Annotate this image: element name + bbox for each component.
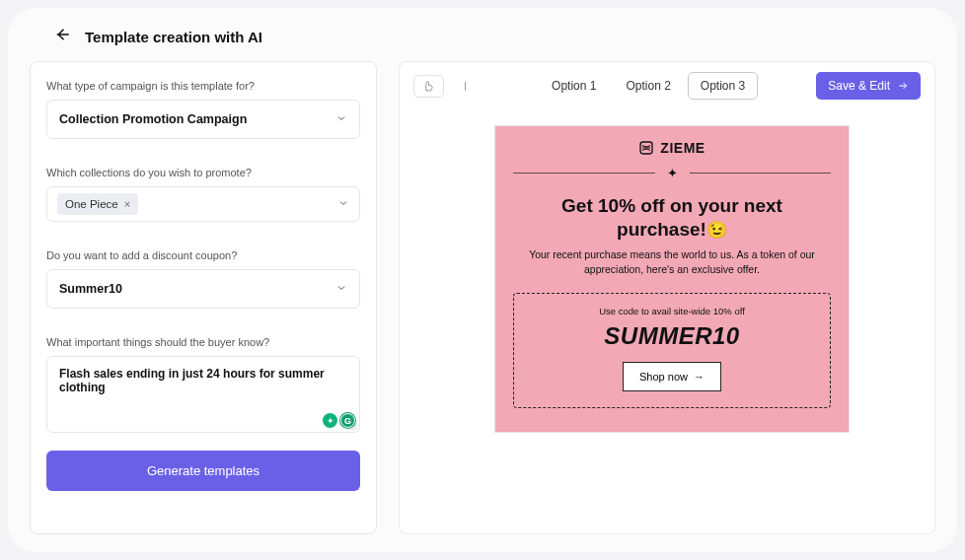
coupon-code: SUMMER10 bbox=[520, 322, 824, 350]
tab-option-1[interactable]: Option 1 bbox=[539, 72, 609, 100]
remove-chip-icon[interactable]: × bbox=[124, 198, 130, 210]
brand-row: ZIEME bbox=[513, 140, 831, 156]
divider: ✦ bbox=[513, 166, 831, 180]
form-panel: What type of campaign is this template f… bbox=[30, 61, 377, 534]
campaign-type-label: What type of campaign is this template f… bbox=[46, 80, 360, 92]
page-title: Template creation with AI bbox=[85, 29, 262, 45]
arrow-right-icon bbox=[897, 80, 909, 92]
save-button-label: Save & Edit bbox=[828, 79, 890, 93]
coupon-label: Do you want to add a discount coupon? bbox=[46, 249, 360, 261]
chevron-down-icon bbox=[337, 195, 349, 213]
important-label: What important things should the buyer k… bbox=[46, 336, 360, 348]
collections-select[interactable]: One Piece × bbox=[46, 186, 360, 222]
wink-emoji-icon: 😉 bbox=[706, 221, 727, 240]
preview-toolbar: Option 1 Option 2 Option 3 Save & Edit bbox=[400, 62, 934, 109]
coupon-box: Use code to avail site-wide 10% off SUMM… bbox=[513, 293, 831, 408]
collection-chip-label: One Piece bbox=[65, 198, 118, 210]
coupon-value: Summer10 bbox=[59, 282, 122, 296]
email-title: Get 10% off on your next purchase!😉 bbox=[513, 194, 831, 242]
shop-now-button[interactable]: Shop now → bbox=[623, 362, 721, 391]
app-shell: Template creation with AI What type of c… bbox=[8, 8, 957, 552]
thumbs-up-button-disabled bbox=[450, 75, 481, 98]
preview-viewport[interactable]: ZIEME ✦ Get 10% off on your next purchas… bbox=[400, 109, 934, 533]
tab-option-3[interactable]: Option 3 bbox=[688, 72, 758, 100]
campaign-type-value: Collection Promotion Campaign bbox=[59, 112, 247, 126]
brand-logo-icon bbox=[638, 140, 654, 156]
back-arrow-icon[interactable] bbox=[53, 26, 71, 47]
resize-handle-icon[interactable] bbox=[348, 421, 357, 430]
coupon-select[interactable]: Summer10 bbox=[46, 269, 360, 309]
chevron-down-icon bbox=[335, 110, 347, 128]
preview-panel: Option 1 Option 2 Option 3 Save & Edit bbox=[399, 61, 935, 534]
sparkle-icon: ✦ bbox=[667, 166, 678, 180]
assistant-badge-icon[interactable]: ✦ bbox=[323, 413, 337, 428]
main-columns: What type of campaign is this template f… bbox=[30, 61, 935, 534]
page-header: Template creation with AI bbox=[30, 26, 935, 47]
important-value: Flash sales ending in just 24 hours for … bbox=[59, 367, 347, 394]
campaign-type-select[interactable]: Collection Promotion Campaign bbox=[46, 100, 360, 139]
coupon-caption: Use code to avail site-wide 10% off bbox=[520, 306, 824, 316]
save-and-edit-button[interactable]: Save & Edit bbox=[816, 72, 921, 100]
email-preview: ZIEME ✦ Get 10% off on your next purchas… bbox=[494, 125, 850, 433]
brand-name: ZIEME bbox=[660, 140, 705, 156]
thumbs-down-button[interactable] bbox=[413, 75, 444, 98]
collections-label: Which collections do you wish to promote… bbox=[46, 167, 360, 178]
chevron-down-icon bbox=[335, 280, 347, 298]
shop-now-label: Shop now bbox=[639, 371, 688, 383]
collection-chip: One Piece × bbox=[57, 193, 138, 215]
generate-templates-button[interactable]: Generate templates bbox=[46, 451, 360, 491]
tab-option-2[interactable]: Option 2 bbox=[613, 72, 683, 100]
email-subtitle: Your recent purchase means the world to … bbox=[517, 247, 827, 277]
arrow-right-icon: → bbox=[694, 371, 705, 383]
option-tabs: Option 1 Option 2 Option 3 bbox=[539, 72, 758, 100]
important-textarea[interactable]: Flash sales ending in just 24 hours for … bbox=[46, 356, 360, 433]
